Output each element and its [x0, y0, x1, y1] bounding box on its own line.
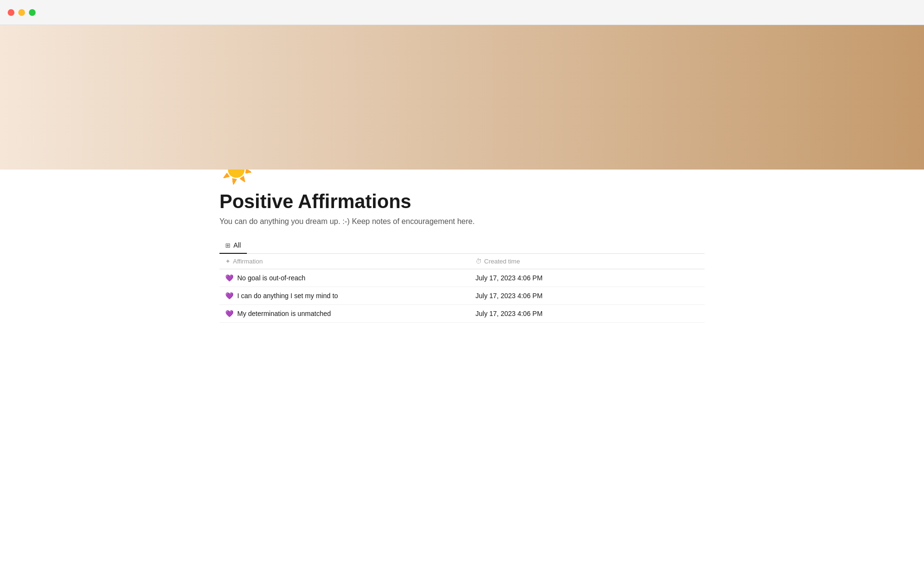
page-subtitle: You can do anything you dream up. :-) Ke…: [219, 217, 705, 226]
clock-icon: ⏱: [475, 258, 482, 265]
affirmation-cell: 💜I can do anything I set my mind to: [219, 287, 470, 305]
page-title: Positive Affirmations: [219, 191, 705, 212]
tab-bar: ⊞ All: [219, 237, 705, 254]
created-time-cell: July 17, 2023 4:06 PM: [470, 305, 576, 323]
affirmation-cell: 💜No goal is out-of-reach: [219, 269, 470, 287]
affirmation-cell: 💜My determination is unmatched: [219, 305, 470, 323]
tab-all[interactable]: ⊞ All: [219, 237, 247, 254]
empty-cell: [576, 287, 705, 305]
sparkle-icon: ✦: [225, 258, 231, 265]
affirmation-text: No goal is out-of-reach: [237, 274, 306, 282]
affirmation-text: I can do anything I set my mind to: [237, 292, 338, 300]
col-header-affirmation: ✦ Affirmation: [219, 254, 470, 269]
hero-banner: [0, 25, 924, 170]
empty-cell: [576, 305, 705, 323]
table-row[interactable]: 💜My determination is unmatchedJuly 17, 2…: [219, 305, 705, 323]
heart-icon: 💜: [225, 292, 233, 300]
affirmations-table: ✦ Affirmation ⏱ Created time 💜No goal is…: [219, 254, 705, 323]
col-header-empty: [576, 254, 705, 269]
page-content: ☀️ Positive Affirmations You can do anyt…: [173, 156, 751, 323]
heart-icon: 💜: [225, 310, 233, 317]
table-row[interactable]: 💜No goal is out-of-reachJuly 17, 2023 4:…: [219, 269, 705, 287]
maximize-button[interactable]: [29, 9, 36, 16]
heart-icon: 💜: [225, 274, 233, 282]
created-time-cell: July 17, 2023 4:06 PM: [470, 287, 576, 305]
table-row[interactable]: 💜I can do anything I set my mind toJuly …: [219, 287, 705, 305]
created-time-cell: July 17, 2023 4:06 PM: [470, 269, 576, 287]
close-button[interactable]: [8, 9, 14, 16]
minimize-button[interactable]: [18, 9, 25, 16]
empty-cell: [576, 269, 705, 287]
tab-all-label: All: [233, 241, 241, 249]
affirmation-text: My determination is unmatched: [237, 310, 331, 317]
col-header-created-time: ⏱ Created time: [470, 254, 576, 269]
titlebar: [0, 0, 924, 25]
table-icon: ⊞: [225, 242, 231, 249]
